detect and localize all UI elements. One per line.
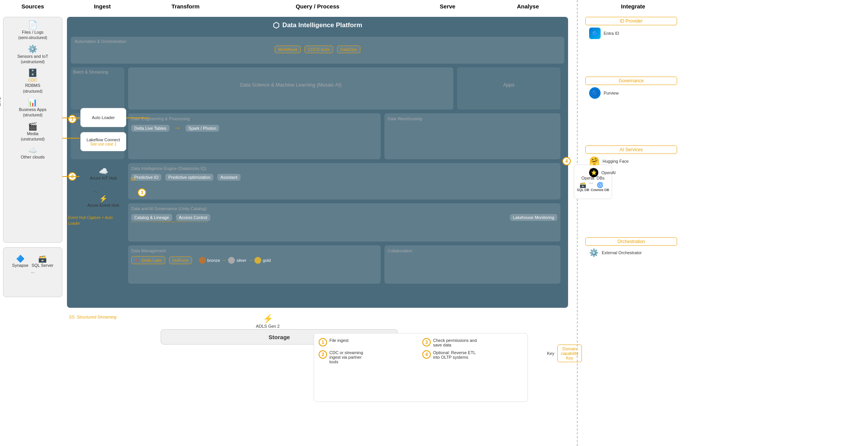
ss-note-bottom: SS: Structured Streaming [69,314,117,320]
legend-item-2: 2 CDC or streaming ingest via partner to… [319,350,419,364]
azure-iot-hub: ☁️ Azure IoT Hub [80,167,126,180]
full-diagram: Sources Ingest Transform Query / Process… [0,0,868,446]
legend-box: 1 File ingest 3 Check permissions and sa… [314,333,528,402]
ss-label: SS [130,176,136,182]
delta-lake-chip: 🔺 Delta Lake [131,256,165,264]
source-files-logs: 📄 Files / Logs(semi-structured) [7,20,59,41]
domain-key-badge: Domain capability Key [557,345,582,362]
medallion-chips: bronze → silver → gold [199,257,271,264]
integrate-orchestration: Orchestration ⚙️ External Orchestrator [585,237,677,257]
ingest-ellipsis: ... [94,188,98,193]
source-sensors-iot: ⚙️ Sensors and IoT(unstructured) [7,44,59,65]
legend-item-3: 3 Check permissions and save data [422,338,523,347]
arrow-2-ingest [62,138,80,139]
integrate-governance: Governance 🔵 Purview [585,77,677,99]
azure-event-hub: ⚡ Azure Event Hub [80,194,126,207]
source-business-apps: 📊 Business Apps(structured) [7,98,59,118]
automation-section: Automation & Orchestration Workflows CI/… [71,37,564,64]
data-wh-section: Data Warehousing [384,113,560,159]
arrow-autoloader-platform [126,118,149,118]
source-rdbms: 🗄️ CDCRDBMS(structured) [7,68,59,94]
ds-ml-section: Data Science & Machine Learning (Mosaic … [128,67,453,109]
federation-box: Federation 🔷 Synapse 🗃️ SQL Server ... [3,247,62,297]
data-mgmt-section: Data Management 🔺 Delta Lake UniForm bro… [128,245,381,284]
arrow-3-ingest [62,176,80,177]
legend-item-4: 4 Optional: Reverse ETL into OLTP system… [422,350,523,364]
lakeflow-connect-box: Lakeflow Connect See use case 1 [80,132,126,151]
collaboration-section: Collaboration [384,245,560,284]
header-query-process: Query / Process [268,3,367,10]
sources-box: ETL 📄 Files / Logs(semi-structured) ⚙️ S… [3,17,62,243]
header-integrate: Integrate [585,3,681,10]
dashed-divider [577,0,578,446]
event-hub-note: Event Hub Capture + Auto Loader [68,214,125,226]
key-area: Key Domain capability Key [547,345,582,362]
governance-section: Data and AI Governance (Unity Catalog) C… [128,203,560,242]
source-other-clouds: ☁️ Other clouds [7,145,59,159]
integrate-ai-services: AI Services 🤗 Hugging Face ⭐ OpenAI ... [585,145,677,185]
arrow-1-ingest [62,118,80,118]
engine-section: Data Intelligence Engine (Databricks IQ)… [128,163,560,199]
adls-gen2: ⚡ ADLS Gen 2 [245,314,291,328]
uniform-chip: UniForm [169,256,192,264]
source-media: 🎬 Media(unstructured) [7,122,59,142]
header-sources: Sources [3,3,62,10]
num-circle-3: 3 [138,188,146,197]
legend-item-1: 1 File ingest [319,338,419,347]
apps-section: Apps [457,67,560,109]
etl-label: ETL [0,48,3,155]
header-ingest: Ingest [73,3,132,10]
auto-loader-box: Auto Loader [80,108,126,127]
num-circle-1: 1 [68,115,77,123]
platform-title: ⬡ Data Intelligence Platform [71,21,564,30]
header-transform: Transform [157,3,214,10]
header-serve: Serve [409,3,486,10]
num-circle-4: 4 [562,157,571,165]
batch-streaming-1: Batch & Streaming [71,67,124,109]
header-analyse: Analyse [493,3,562,10]
lakehouse-monitoring: Lakehouse Monitoring [510,214,557,221]
federation-label: Federation [0,255,3,290]
platform-outer-box: ⬡ Data Intelligence Platform Automation … [67,17,568,308]
data-eng-section: Date Engineering & Processing Delta Live… [128,113,381,159]
integrate-id-provider: ID Provider 🔷 Entra ID [585,17,677,39]
